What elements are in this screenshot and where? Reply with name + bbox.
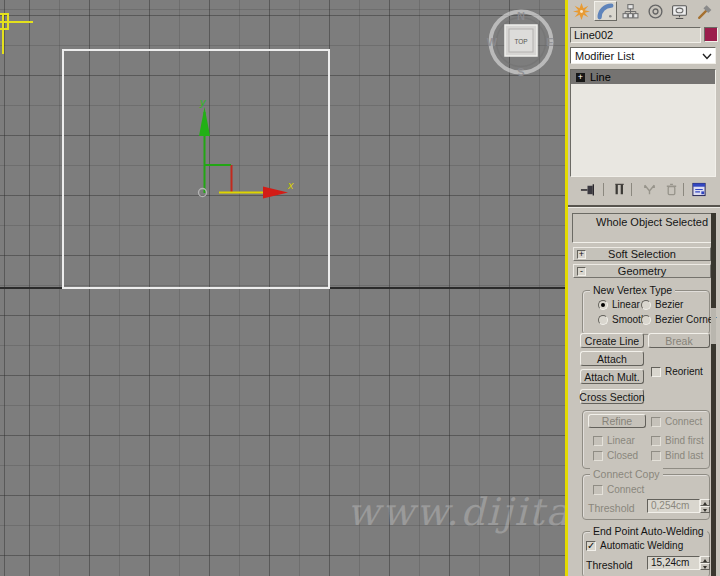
linear-checkbox: Linear xyxy=(593,435,635,446)
rollout-geometry[interactable]: - Geometry xyxy=(573,264,711,278)
tab-display[interactable] xyxy=(668,1,691,21)
x-axis-label: x xyxy=(287,179,294,191)
radio-circle[interactable] xyxy=(641,300,651,310)
rollout-label: Soft Selection xyxy=(586,248,698,260)
toolbar-separator xyxy=(603,183,604,196)
transform-gizmo[interactable]: y x xyxy=(190,94,302,206)
new-vertex-type-group: New Vertex Type xyxy=(582,290,710,335)
checkbox-box[interactable] xyxy=(651,367,661,377)
create-icon xyxy=(573,3,590,20)
pin-stack-icon[interactable] xyxy=(580,182,595,197)
display-icon xyxy=(671,3,688,20)
tab-motion[interactable] xyxy=(644,1,667,21)
checkbox-box xyxy=(593,436,603,446)
spinner-down-icon xyxy=(700,506,710,513)
radio-circle[interactable] xyxy=(641,315,651,325)
stack-item-label: Line xyxy=(590,71,611,83)
rollout-expand-icon[interactable]: + xyxy=(577,250,586,259)
motion-icon xyxy=(647,3,664,20)
automatic-welding-checkbox[interactable]: ✓ Automatic Welding xyxy=(586,540,683,551)
stack-toolbar xyxy=(568,181,720,199)
radio-bezier[interactable]: Bezier xyxy=(641,299,683,310)
threshold-label: Threshold xyxy=(586,559,633,571)
3dsmax-window: y x N E S W TOP www.dijitalde xyxy=(0,0,720,576)
threshold-spinner xyxy=(700,499,710,513)
stack-item-line[interactable]: + Line xyxy=(571,70,715,84)
hierarchy-icon xyxy=(622,3,639,20)
toolbar-separator xyxy=(631,183,632,196)
reorient-checkbox[interactable]: Reorient xyxy=(651,366,703,377)
cross-section-button[interactable]: Cross Section xyxy=(580,389,644,404)
modify-icon xyxy=(597,3,614,20)
compass-north[interactable]: N xyxy=(517,10,525,22)
threshold-field: 0,254cm xyxy=(647,499,700,513)
command-panel: Modifier List + Line xyxy=(568,0,720,576)
bind-first-checkbox: Bind first xyxy=(651,435,704,446)
checkbox-box xyxy=(593,451,603,461)
expand-icon[interactable]: + xyxy=(576,73,585,82)
tab-modify[interactable] xyxy=(594,1,617,21)
group-label: End Point Auto-Welding xyxy=(590,525,707,537)
x-axis-arrowhead[interactable] xyxy=(263,187,288,199)
checkbox-box xyxy=(651,451,661,461)
modifier-list-label: Modifier List xyxy=(571,50,699,62)
attach-mult-button[interactable]: Attach Mult. xyxy=(580,369,644,384)
chevron-down-icon[interactable] xyxy=(699,50,715,62)
object-name-input[interactable] xyxy=(570,27,701,43)
configure-modifier-sets-icon[interactable] xyxy=(691,182,707,197)
y-axis-arrowhead[interactable] xyxy=(199,107,210,136)
checkbox-check-icon[interactable]: ✓ xyxy=(586,541,596,551)
attach-button[interactable]: Attach xyxy=(580,351,644,366)
viewport-top[interactable]: y x N E S W TOP www.dijitalde xyxy=(0,0,565,576)
create-line-button[interactable]: Create Line xyxy=(580,333,644,348)
tab-utilities[interactable] xyxy=(693,1,716,21)
threshold-field[interactable]: 15,24cm xyxy=(647,556,700,570)
spinner-up-icon[interactable] xyxy=(700,556,710,563)
compass-south[interactable]: S xyxy=(517,66,524,78)
connect-checkbox: Connect xyxy=(651,416,702,427)
object-color-swatch[interactable] xyxy=(704,27,718,42)
spinner-down-icon[interactable] xyxy=(700,563,710,570)
radio-bezier-corner[interactable]: Bezier Corner xyxy=(641,314,717,325)
group-label: New Vertex Type xyxy=(590,284,675,296)
watermark-text: www.dijitalde xyxy=(347,490,565,534)
refine-button: Refine xyxy=(588,414,646,428)
rollout-label: Geometry xyxy=(586,265,698,277)
break-button: Break xyxy=(648,333,710,348)
threshold-label: Threshold xyxy=(588,502,635,514)
y-axis-label: y xyxy=(199,96,207,108)
closed-checkbox: Closed xyxy=(593,450,638,461)
compass-west[interactable]: W xyxy=(487,36,498,48)
make-unique-icon xyxy=(642,182,657,197)
viewcube-face-label: TOP xyxy=(514,38,527,45)
tab-create[interactable] xyxy=(570,1,593,21)
radio-smooth[interactable]: Smooth xyxy=(598,314,646,325)
modifier-list-dropdown[interactable]: Modifier List xyxy=(570,47,716,64)
spline-yellow-hline xyxy=(0,21,33,23)
checkbox-box xyxy=(651,436,661,446)
modifier-stack[interactable]: + Line xyxy=(570,69,716,177)
radio-circle[interactable] xyxy=(598,300,608,310)
checkbox-box xyxy=(593,485,603,495)
spinner-up-icon xyxy=(700,499,710,506)
toolbar-separator xyxy=(683,183,684,196)
selection-status-text: Whole Object Selected xyxy=(596,216,708,228)
rollout-collapse-icon[interactable]: - xyxy=(577,267,586,276)
connect-copy-checkbox: Connect xyxy=(593,484,644,495)
radio-circle[interactable] xyxy=(598,315,608,325)
selection-status-box: Whole Object Selected xyxy=(572,213,712,243)
show-end-result-icon[interactable] xyxy=(612,182,627,197)
bind-last-checkbox: Bind last xyxy=(651,450,703,461)
rollout-soft-selection[interactable]: + Soft Selection xyxy=(573,247,711,261)
radio-linear[interactable]: Linear xyxy=(598,299,640,310)
viewcube[interactable]: N E S W TOP xyxy=(484,5,562,83)
scrollbar-thumb[interactable] xyxy=(711,308,716,344)
panel-divider-highlight xyxy=(568,207,720,208)
group-label: Connect Copy xyxy=(590,468,663,480)
tab-hierarchy[interactable] xyxy=(619,1,642,21)
panel-scrollbar[interactable] xyxy=(711,213,716,576)
compass-east[interactable]: E xyxy=(546,36,553,48)
spline-yellow-vline xyxy=(2,13,4,54)
threshold-spinner[interactable] xyxy=(700,556,710,570)
utilities-icon xyxy=(696,3,713,20)
